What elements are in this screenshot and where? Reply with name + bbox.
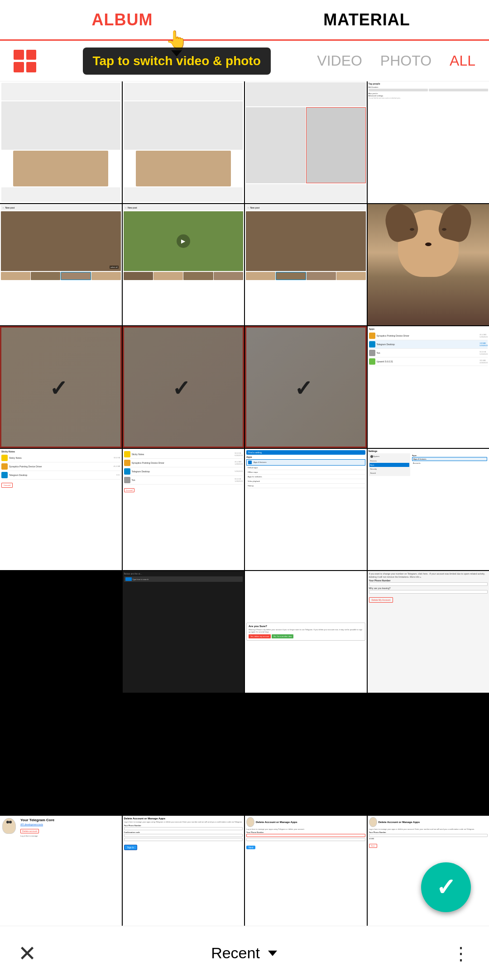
grid-item-13[interactable]: Sticky Notes Sticky Notes 90.0 KB Synapt… bbox=[0, 449, 122, 571]
grid-item-12[interactable]: Apps Synaptics Pointing Device Driver 46… bbox=[368, 326, 489, 448]
filter-all-button[interactable]: ALL bbox=[450, 52, 475, 69]
grid-item-20[interactable]: If you want to change your number on Tel… bbox=[368, 571, 489, 693]
chevron-down-icon bbox=[268, 951, 277, 956]
confirm-fab[interactable]: ✓ bbox=[421, 862, 471, 912]
header-tabs: ALBUM MATERIAL bbox=[0, 0, 489, 41]
grid-item-4[interactable]: Tag people Add location Also post to Adv… bbox=[368, 81, 489, 203]
recent-label: Recent bbox=[211, 944, 260, 962]
telegram-api-link[interactable]: API development tools bbox=[20, 823, 120, 826]
tooltip-container: 👆 Tap to switch video & photo bbox=[36, 48, 317, 75]
grid-item-8[interactable] bbox=[368, 204, 489, 326]
filter-video-button[interactable]: VIDEO bbox=[317, 52, 362, 69]
grid-item-1[interactable] bbox=[0, 81, 122, 203]
checkmark-2: ✓ bbox=[172, 376, 195, 398]
delete-account-link[interactable]: Delete account bbox=[20, 829, 39, 833]
grid-item-24[interactable] bbox=[368, 694, 489, 815]
grid-item-7[interactable]: ← New post bbox=[245, 204, 367, 326]
grid-item-17[interactable] bbox=[0, 571, 122, 693]
grid-item-21[interactable] bbox=[0, 694, 122, 815]
grid-item-15[interactable]: Find a setting Apps Apps & features Defa… bbox=[245, 449, 367, 571]
toolbar: 👆 Tap to switch video & photo VIDEO PHOT… bbox=[0, 41, 489, 81]
tooltip-text: Tap to switch video & photo bbox=[83, 48, 271, 75]
checkmark-3: ✓ bbox=[294, 376, 317, 398]
bottom-bar: ✕ Recent ⋮ bbox=[0, 926, 489, 980]
grid-item-3[interactable] bbox=[245, 81, 367, 203]
grid-item-26-delete-account[interactable]: Delete Account or Manage Apps Log in her… bbox=[123, 816, 244, 937]
grid-item-6[interactable]: ← New post ▶ bbox=[123, 204, 244, 326]
telegram-core-title: Your Telegram Core bbox=[20, 818, 120, 823]
grid-item-25-telegram-core[interactable]: Your Telegram Core API development tools… bbox=[0, 816, 122, 937]
grid-item-19[interactable]: Are you Sure? Warning! Please only delet… bbox=[245, 571, 367, 693]
close-button[interactable]: ✕ bbox=[18, 941, 36, 966]
more-options-button[interactable]: ⋮ bbox=[452, 943, 471, 964]
check-icon: ✓ bbox=[436, 874, 456, 901]
grid-item-5[interactable]: ← New post select all bbox=[0, 204, 122, 326]
tab-material[interactable]: MATERIAL bbox=[244, 1, 489, 38]
grid-item-27-delete-account[interactable]: Delete Account or Manage Apps Log in her… bbox=[245, 816, 367, 937]
filter-photo-button[interactable]: PHOTO bbox=[380, 52, 431, 69]
photo-grid: Tag people Add location Also post to Adv… bbox=[0, 81, 489, 980]
grid-item-18[interactable]: Below are the st... Type here to search bbox=[123, 571, 244, 693]
grid-item-23[interactable] bbox=[245, 694, 367, 815]
grid-item-11-selected[interactable]: ✓ bbox=[245, 326, 367, 448]
grid-item-10-selected[interactable]: ✓ bbox=[123, 326, 244, 448]
grid-item-2[interactable] bbox=[123, 81, 244, 203]
checkmark-1: ✓ bbox=[49, 376, 72, 398]
tab-album[interactable]: ALBUM bbox=[0, 1, 244, 38]
grid-view-icon[interactable] bbox=[14, 50, 36, 72]
grid-item-14[interactable]: Sticky Notes 90.0 KB6/26/2023 Synaptics … bbox=[123, 449, 244, 571]
grid-item-9-selected[interactable]: ✓ bbox=[0, 326, 122, 448]
grid-item-22[interactable] bbox=[123, 694, 244, 815]
recent-dropdown[interactable]: Recent bbox=[211, 944, 277, 962]
grid-item-16[interactable]: Settings System Devices Apps Security Se… bbox=[368, 449, 489, 571]
filter-buttons: VIDEO PHOTO ALL bbox=[317, 52, 475, 69]
